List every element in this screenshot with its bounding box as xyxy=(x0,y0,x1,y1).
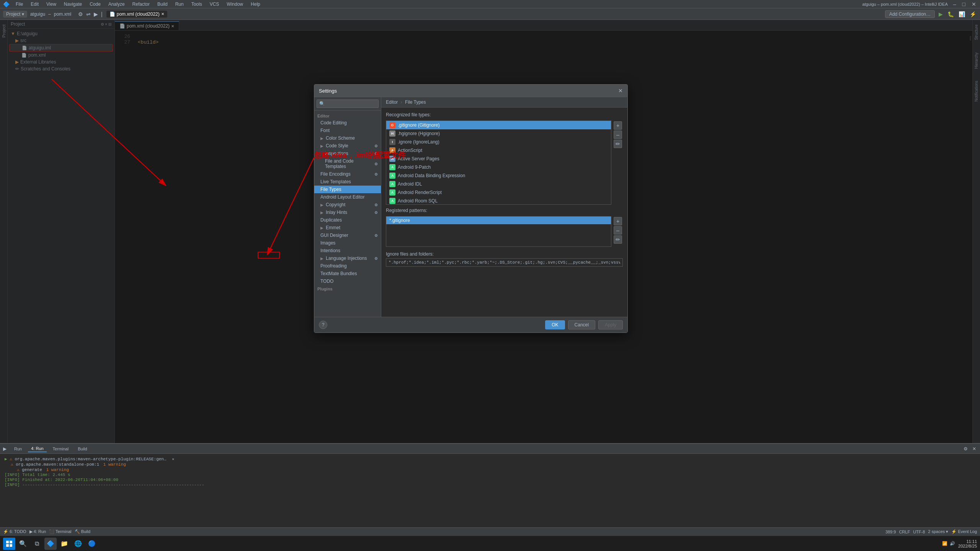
menu-refactor[interactable]: Refactor xyxy=(131,1,151,8)
run-with-coverage-icon[interactable]: 📊 xyxy=(958,10,966,18)
nav-textmate-bundles[interactable]: TextMate Bundles xyxy=(314,270,381,277)
nav-images[interactable]: Images xyxy=(314,239,381,247)
status-todo[interactable]: ⚡ 6: TODO xyxy=(3,529,26,534)
bottom-close-icon[interactable]: ✕ xyxy=(972,445,977,452)
nav-intentions[interactable]: Intentions xyxy=(314,247,381,254)
file-type-android-data-binding[interactable]: A Android Data Binding Expression xyxy=(386,171,611,180)
chrome-taskbar-icon[interactable]: 🌐 xyxy=(72,538,84,550)
ignore-input[interactable] xyxy=(386,258,623,267)
run-play-icon[interactable]: ▶ xyxy=(3,446,7,452)
nav-live-templates[interactable]: Live Templates xyxy=(314,178,381,186)
close-tab-icon[interactable]: ✕ xyxy=(161,12,164,16)
nav-inspections[interactable]: Inspections ⚙ xyxy=(314,150,381,157)
nav-gui-designer[interactable]: GUI Designer ⚙ xyxy=(314,231,381,239)
menu-run[interactable]: Run xyxy=(174,1,185,8)
status-terminal[interactable]: ⬛ Terminal xyxy=(49,529,71,534)
nav-font[interactable]: Font xyxy=(314,127,381,134)
menu-help[interactable]: Help xyxy=(249,1,262,8)
settings-breadcrumb: Editor › File Types xyxy=(381,97,627,108)
explorer-taskbar-icon[interactable]: 📁 xyxy=(58,538,70,550)
file-type-actionscript[interactable]: A ActionScript xyxy=(386,146,611,155)
nav-duplicates[interactable]: Duplicates xyxy=(314,216,381,224)
add-file-type-button[interactable]: + xyxy=(614,121,622,130)
nav-copyright[interactable]: ▶ Copyright ⚙ xyxy=(314,201,381,209)
toolbar-toggle-icon[interactable]: ⇌ xyxy=(85,10,91,18)
menu-build[interactable]: Build xyxy=(156,1,169,8)
nav-android-layout-editor[interactable]: Android Layout Editor xyxy=(314,193,381,201)
file-type-gitignore[interactable]: G .gitignore (Gitignore) xyxy=(386,121,611,129)
bottom-tab-run[interactable]: Run xyxy=(11,446,25,452)
nav-proofreading[interactable]: Proofreading xyxy=(314,262,381,270)
open-file-tab[interactable]: 📄 pom.xml (cloud2022) ✕ xyxy=(106,11,167,18)
add-pattern-button[interactable]: + xyxy=(614,217,622,225)
file-type-android-room-sql[interactable]: A Android Room SQL xyxy=(386,197,611,205)
patterns-list[interactable]: *.gitignore xyxy=(386,216,611,247)
file-type-android-9patch[interactable]: A Android 9-Patch xyxy=(386,163,611,171)
nav-color-scheme[interactable]: ▶ Color Scheme xyxy=(314,134,381,142)
file-type-asp[interactable]: A Active Server Pages xyxy=(386,155,611,163)
edge-taskbar-icon[interactable]: 🔵 xyxy=(86,538,98,550)
nav-todo[interactable]: TODO xyxy=(314,277,381,285)
menu-analyze[interactable]: Analyze xyxy=(107,1,126,8)
nav-inlay-hints[interactable]: ▶ Inlay Hints ⚙ xyxy=(314,209,381,216)
debug-button[interactable]: 🐛 xyxy=(947,10,955,18)
bottom-settings-icon[interactable]: ⚙ xyxy=(963,445,969,452)
edit-pattern-button[interactable]: ✏ xyxy=(614,235,622,244)
profile-icon[interactable]: ⚡ xyxy=(969,10,977,18)
event-log[interactable]: ⚡ Event Log xyxy=(951,529,977,534)
menu-view[interactable]: View xyxy=(45,1,58,8)
file-type-hgignore[interactable]: H .hgignore (Hgignore) xyxy=(386,129,611,138)
bottom-tab-4run[interactable]: 4: Run xyxy=(28,445,46,452)
nav-emmet[interactable]: ▶ Emmet xyxy=(314,224,381,231)
menu-window[interactable]: Window xyxy=(225,1,245,8)
run-config-icon[interactable]: ▶ xyxy=(93,10,99,18)
dialog-close-button[interactable]: ✕ xyxy=(618,88,623,94)
add-configuration-button[interactable]: Add Configuration… xyxy=(885,10,935,18)
help-button[interactable]: ? xyxy=(319,321,327,329)
indent-setting[interactable]: 2 spaces ▾ xyxy=(928,529,948,534)
minimize-button[interactable]: – xyxy=(952,0,957,8)
intellij-taskbar-icon[interactable]: 🔷 xyxy=(44,538,57,550)
app-icon: 🔷 xyxy=(3,1,10,7)
encoding[interactable]: UTF-8 xyxy=(913,530,925,534)
remove-file-type-button[interactable]: – xyxy=(614,130,622,139)
file-type-android-idl[interactable]: A Android IDL xyxy=(386,180,611,188)
menu-tools[interactable]: Tools xyxy=(190,1,204,8)
pattern-gitignore[interactable]: *.gitignore xyxy=(386,217,611,224)
windows-start-button[interactable] xyxy=(3,538,15,550)
edit-file-type-button[interactable]: ✏ xyxy=(614,140,622,148)
file-type-android-renderscript[interactable]: A Android RenderScript xyxy=(386,188,611,197)
ok-button[interactable]: OK xyxy=(545,320,565,329)
nav-code-editing[interactable]: Code Editing xyxy=(314,119,381,127)
menu-vcs[interactable]: VCS xyxy=(208,1,221,8)
nav-file-types[interactable]: File Types xyxy=(314,186,381,193)
file-type-ignore[interactable]: I .ignore (IgnoreLang) xyxy=(386,138,611,146)
nav-file-encodings[interactable]: File Encodings ⚙ xyxy=(314,170,381,178)
menu-code[interactable]: Code xyxy=(88,1,102,8)
task-view-icon[interactable]: ⧉ xyxy=(31,538,43,550)
apply-button[interactable]: Apply xyxy=(598,320,623,329)
close-button[interactable]: ✕ xyxy=(971,0,977,8)
settings-search-input[interactable] xyxy=(317,99,379,108)
file-types-list[interactable]: G .gitignore (Gitignore) H .hgignore (Hg… xyxy=(386,121,611,205)
search-taskbar-icon[interactable]: 🔍 xyxy=(17,538,29,550)
nav-language-injections[interactable]: ▶ Language Injections ⚙ xyxy=(314,254,381,262)
project-dropdown[interactable]: Project ▾ xyxy=(3,11,27,18)
settings-icon[interactable]: ⚙ xyxy=(77,10,84,18)
remove-pattern-button[interactable]: – xyxy=(614,226,622,235)
menu-file[interactable]: File xyxy=(14,1,24,8)
maximize-button[interactable]: □ xyxy=(962,0,966,8)
status-run[interactable]: ▶ 4: Run xyxy=(29,529,46,534)
bottom-tab-terminal[interactable]: Terminal xyxy=(50,446,72,452)
emmet-expand-icon: ▶ xyxy=(320,226,323,230)
cancel-button[interactable]: Cancel xyxy=(568,320,595,329)
menu-navigate[interactable]: Navigate xyxy=(62,1,83,8)
status-build[interactable]: 🔨 Build xyxy=(75,529,91,534)
bottom-tab-build[interactable]: Build xyxy=(75,446,90,452)
nav-code-style[interactable]: ▶ Code Style ⚙ xyxy=(314,142,381,150)
menu-edit[interactable]: Edit xyxy=(29,1,40,8)
nav-file-and-code-templates[interactable]: File and Code Templates ⚙ xyxy=(314,157,381,170)
run-button[interactable]: ▶ xyxy=(938,10,944,18)
bottom-panel: ▶ Run 4: Run Terminal Build ⚙ ✕ ▶ ⚠ org.… xyxy=(0,443,980,527)
line-separator[interactable]: CRLF xyxy=(899,530,910,534)
